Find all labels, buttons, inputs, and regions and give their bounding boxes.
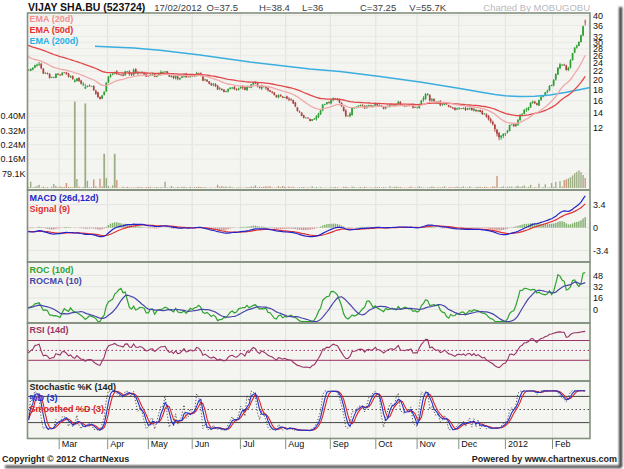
svg-text:-3.4: -3.4: [593, 246, 609, 256]
svg-text:Charted By MOBUGOBU: Charted By MOBUGOBU: [483, 2, 590, 13]
svg-text:0: 0: [593, 223, 598, 233]
svg-text:0.40M: 0.40M: [0, 111, 25, 121]
svg-text:16: 16: [593, 96, 603, 106]
svg-text:%D (3): %D (3): [30, 393, 58, 403]
svg-text:Dec: Dec: [461, 439, 478, 449]
svg-text:16: 16: [593, 293, 603, 303]
svg-text:Nov: Nov: [420, 439, 437, 449]
svg-text:EMA (200d): EMA (200d): [30, 36, 79, 46]
svg-text:36: 36: [593, 21, 603, 31]
svg-text:EMA (20d): EMA (20d): [30, 14, 74, 24]
svg-text:V=55.7K: V=55.7K: [409, 2, 446, 13]
svg-text:2012: 2012: [508, 439, 528, 449]
svg-text:0: 0: [593, 305, 598, 315]
svg-text:Powered by www.chartnexus.com: Powered by www.chartnexus.com: [472, 454, 617, 464]
svg-text:Aug: Aug: [288, 439, 304, 449]
svg-text:79.1K: 79.1K: [2, 169, 26, 179]
svg-text:32: 32: [593, 282, 603, 292]
svg-text:MACD (26d,12d): MACD (26d,12d): [30, 193, 99, 203]
svg-text:ROC (10d): ROC (10d): [30, 265, 74, 275]
svg-text:RSI (14d): RSI (14d): [30, 325, 69, 335]
svg-text:Sep: Sep: [333, 439, 349, 449]
svg-text:48: 48: [593, 271, 603, 281]
svg-text:May: May: [151, 439, 169, 449]
svg-text:0.16M: 0.16M: [0, 154, 25, 164]
svg-text:Mar: Mar: [62, 439, 78, 449]
svg-text:VIJAY SHA.BU (523724): VIJAY SHA.BU (523724): [28, 1, 145, 13]
svg-text:12: 12: [593, 123, 603, 133]
svg-text:Apr: Apr: [110, 439, 124, 449]
svg-text:L=36: L=36: [302, 2, 323, 13]
svg-text:0.32M: 0.32M: [0, 126, 25, 136]
svg-text:Copyright © 2012 ChartNexus: Copyright © 2012 ChartNexus: [2, 454, 129, 464]
svg-text:17/02/2012: 17/02/2012: [154, 2, 202, 13]
svg-text:18: 18: [593, 85, 603, 95]
svg-text:ROCMA (10): ROCMA (10): [30, 276, 82, 286]
svg-text:H=38.4: H=38.4: [259, 2, 290, 13]
svg-text:C=37.25: C=37.25: [360, 2, 396, 13]
svg-text:Stochastic %K (14d): Stochastic %K (14d): [30, 382, 117, 392]
svg-text:Smoothed %D (3): Smoothed %D (3): [30, 404, 105, 414]
svg-text:Signal (9): Signal (9): [30, 204, 71, 214]
svg-text:20: 20: [593, 75, 603, 85]
svg-text:Jul: Jul: [243, 439, 255, 449]
svg-text:O=37.5: O=37.5: [207, 2, 238, 13]
svg-text:Feb: Feb: [555, 439, 571, 449]
svg-text:Oct: Oct: [378, 439, 393, 449]
svg-text:3.4: 3.4: [593, 200, 606, 210]
svg-text:0.24M: 0.24M: [0, 140, 25, 150]
svg-text:14: 14: [593, 108, 603, 118]
svg-text:Jun: Jun: [195, 439, 210, 449]
svg-text:EMA (50d): EMA (50d): [30, 25, 74, 35]
svg-text:40: 40: [593, 11, 603, 21]
